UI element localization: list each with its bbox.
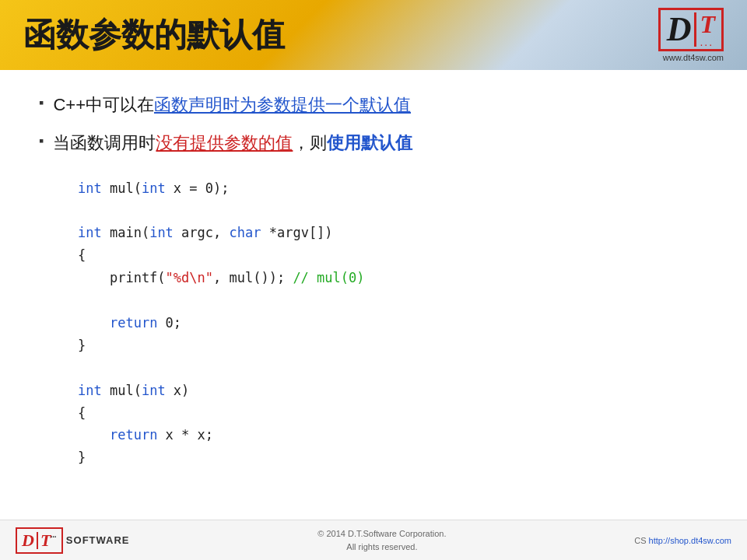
code-return-x: return x * x; xyxy=(78,427,213,443)
kw-int-1: int xyxy=(78,180,102,196)
slide-title: 函数参数的默认值 xyxy=(23,13,285,57)
dt-logo: D T ... xyxy=(658,8,724,51)
footer-logo-box: D T... xyxy=(16,527,63,554)
bullet2-highlight1: 没有提供参数的值 xyxy=(156,133,293,152)
code-return: return 0; xyxy=(78,315,181,331)
footer-logo-sep xyxy=(37,532,38,549)
main-content: ▪ C++中可以在函数声明时为参数提供一个默认值 ▪ 当函数调用时没有提供参数的… xyxy=(0,70,747,520)
brace-open-2: { xyxy=(78,405,86,421)
brace-close-2: } xyxy=(78,450,86,465)
bullet-marker-2: ▪ xyxy=(39,133,44,149)
footer-url: http://shop.dt4sw.com xyxy=(649,536,731,545)
code-line-return: return 0; xyxy=(78,312,708,334)
bullet-item-1: ▪ C++中可以在函数声明时为参数提供一个默认值 xyxy=(39,93,708,117)
code-mul-decl: mul(int x = 0); xyxy=(102,180,230,196)
footer-copyright-line2: All rights reserved. xyxy=(317,541,446,554)
footer-right: CS http://shop.dt4sw.com xyxy=(634,536,731,545)
code-line-close1: } xyxy=(78,334,708,357)
code-line-printf: printf("%d\n", mul()); // mul(0) xyxy=(78,267,708,289)
bullet2-highlight2: 使用默认值 xyxy=(327,133,412,152)
footer: D T... SOFTWARE © 2014 D.T.Software Corp… xyxy=(0,520,747,560)
code-line-open2: { xyxy=(78,402,708,425)
header: 函数参数的默认值 D T ... www.dt4sw.com xyxy=(0,0,747,70)
code-line-blank2 xyxy=(78,289,708,312)
footer-cs-label: CS xyxy=(634,536,646,545)
logo-separator xyxy=(694,12,696,47)
footer-logo-text: SOFTWARE xyxy=(66,534,130,546)
footer-copyright: © 2014 D.T.Software Corporation. All rig… xyxy=(317,527,446,553)
slide: 函数参数的默认值 D T ... www.dt4sw.com ▪ C++中可以在… xyxy=(0,0,747,560)
bullet1-highlight: 函数声明时为参数提供一个默认值 xyxy=(154,95,411,114)
bullet-marker-1: ▪ xyxy=(39,95,44,111)
logo-t-letter: T xyxy=(700,12,715,37)
code-line-blank3 xyxy=(78,357,708,380)
code-block: int mul(int x = 0); int main(int argc, c… xyxy=(78,177,708,470)
kw-int-2: int xyxy=(78,225,102,240)
logo-d-letter: D xyxy=(667,12,692,47)
code-line-main: int main(int argc, char *argv[]) xyxy=(78,222,708,244)
code-line-blank1 xyxy=(78,199,708,222)
code-line-close2: } xyxy=(78,446,708,469)
brace-open-1: { xyxy=(78,247,86,263)
bullet-text-2: 当函数调用时没有提供参数的值，则使用默认值 xyxy=(53,131,412,156)
code-main-sig: main(int argc, char *argv[]) xyxy=(102,225,333,240)
kw-int-3: int xyxy=(78,383,102,398)
logo-dots: ... xyxy=(700,37,714,47)
footer-logo: D T... SOFTWARE xyxy=(16,527,130,554)
code-line-1: int mul(int x = 0); xyxy=(78,177,708,200)
footer-logo-t: T... xyxy=(40,530,57,551)
code-printf: printf("%d\n", mul()); // mul(0) xyxy=(78,270,365,285)
code-line-open1: { xyxy=(78,244,708,267)
logo-t-area: T ... xyxy=(700,12,715,47)
bullet-text-1: C++中可以在函数声明时为参数提供一个默认值 xyxy=(53,93,411,117)
code-mul-def: mul(int x) xyxy=(102,383,190,398)
bullet-item-2: ▪ 当函数调用时没有提供参数的值，则使用默认值 xyxy=(39,131,708,156)
footer-logo-d: D xyxy=(22,530,34,551)
logo-url: www.dt4sw.com xyxy=(663,53,724,62)
brace-close-1: } xyxy=(78,338,86,353)
footer-copyright-line1: © 2014 D.T.Software Corporation. xyxy=(317,527,446,541)
code-line-mul-def: int mul(int x) xyxy=(78,380,708,402)
logo-area: D T ... www.dt4sw.com xyxy=(658,8,724,62)
code-line-return2: return x * x; xyxy=(78,424,708,446)
